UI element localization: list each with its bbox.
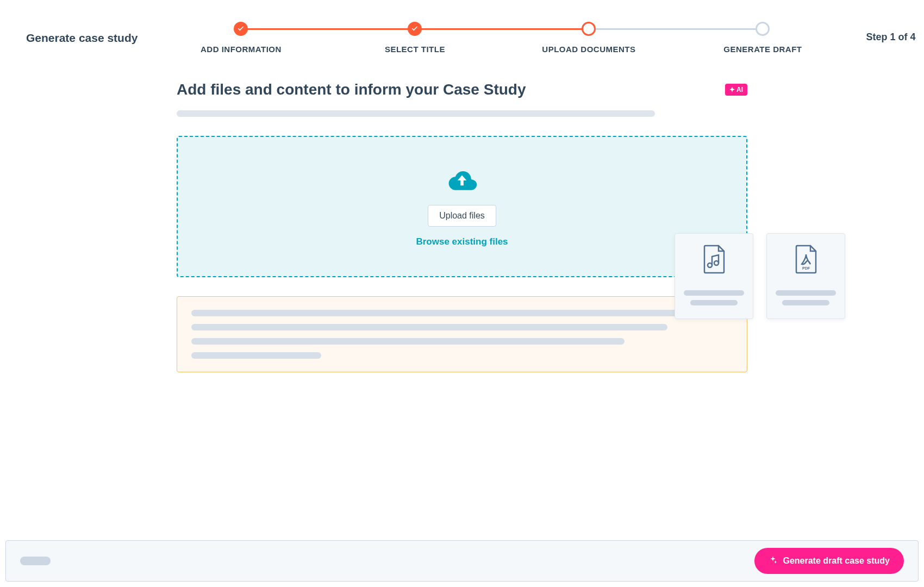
ai-badge: ✦ AI — [725, 84, 747, 96]
info-placeholder-line — [191, 352, 321, 359]
step-label: ADD INFORMATION — [201, 45, 282, 54]
step-circle-done-icon — [408, 22, 422, 36]
content-heading: Add files and content to inform your Cas… — [177, 81, 526, 98]
svg-text:PDF: PDF — [802, 266, 810, 270]
step-generate-draft[interactable]: GENERATE DRAFT — [676, 22, 850, 54]
info-placeholder-line — [191, 324, 667, 330]
file-cards: PDF — [675, 233, 845, 319]
generate-draft-button[interactable]: Generate draft case study — [754, 548, 904, 574]
step-label: UPLOAD DOCUMENTS — [542, 45, 635, 54]
file-name-placeholder — [684, 290, 744, 296]
page-title: Generate case study — [26, 32, 138, 45]
step-circle-future-icon — [756, 22, 770, 36]
cloud-upload-icon — [446, 166, 478, 195]
step-label: GENERATE DRAFT — [723, 45, 802, 54]
browse-existing-files-link[interactable]: Browse existing files — [416, 236, 508, 247]
audio-file-icon — [702, 245, 726, 274]
step-circle-current-icon — [582, 22, 596, 36]
info-placeholder-line — [191, 310, 689, 316]
file-meta-placeholder — [782, 300, 829, 305]
file-meta-placeholder — [690, 300, 738, 305]
header: Generate case study ADD INFORMATION SELE… — [0, 0, 924, 54]
info-box — [177, 296, 747, 372]
footer-bar: Generate draft case study — [5, 540, 919, 582]
upload-dropzone[interactable]: Upload files Browse existing files — [177, 136, 747, 277]
subtitle-placeholder — [177, 110, 655, 117]
info-placeholder-line — [191, 338, 625, 345]
step-connector — [241, 28, 415, 30]
file-card-pdf[interactable]: PDF — [766, 233, 845, 319]
main-content: Add files and content to inform your Cas… — [171, 81, 753, 372]
file-name-placeholder — [776, 290, 836, 296]
upload-files-button[interactable]: Upload files — [428, 205, 496, 227]
step-select-title[interactable]: SELECT TITLE — [328, 22, 502, 54]
step-connector — [415, 28, 589, 30]
stepper: ADD INFORMATION SELECT TITLE UPLOAD DOCU… — [154, 16, 850, 54]
step-circle-done-icon — [234, 22, 248, 36]
ai-badge-text: AI — [736, 86, 743, 93]
pdf-file-icon: PDF — [794, 245, 818, 274]
generate-draft-label: Generate draft case study — [783, 556, 890, 566]
back-button-placeholder[interactable] — [20, 557, 51, 565]
step-label: SELECT TITLE — [385, 45, 445, 54]
content-header: Add files and content to inform your Cas… — [177, 81, 747, 98]
file-card-audio[interactable] — [675, 233, 753, 319]
sparkle-icon — [769, 555, 777, 566]
step-counter: Step 1 of 4 — [866, 32, 915, 43]
sparkle-icon: ✦ — [729, 86, 735, 93]
step-add-information[interactable]: ADD INFORMATION — [154, 22, 328, 54]
step-connector — [589, 28, 763, 30]
step-upload-documents[interactable]: UPLOAD DOCUMENTS — [502, 22, 676, 54]
